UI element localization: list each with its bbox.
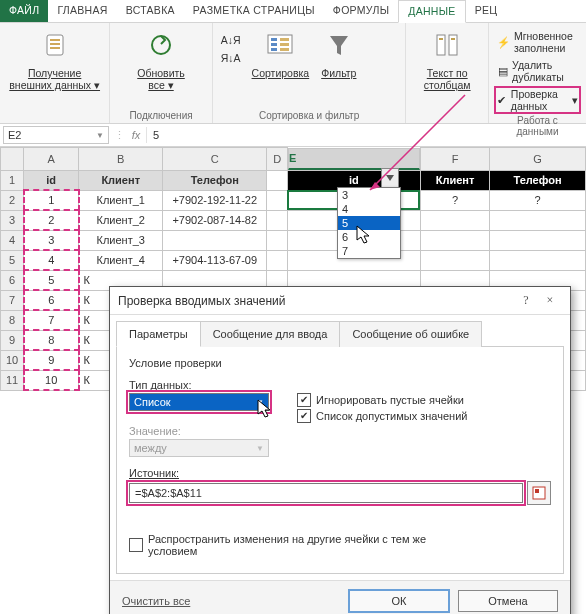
data-validation-dialog: Проверка вводимых значений ? × Параметры… [109,286,571,614]
fx-button[interactable]: fx [126,129,146,141]
cell[interactable] [267,190,288,210]
dialog-titlebar[interactable]: Проверка вводимых значений ? × [110,287,570,315]
sort-desc-button[interactable]: Я↓А [219,51,243,65]
svg-rect-3 [50,47,60,49]
validation-dropdown-list[interactable]: 3 4 5 6 7 [337,187,401,259]
cell[interactable]: 1 [24,190,79,210]
svg-rect-15 [451,38,455,40]
refresh-all-button[interactable]: Обновить все ▾ [134,27,188,95]
source-input[interactable]: =$A$2:$A$11 [129,483,523,503]
tab-data[interactable]: ДАННЫЕ [398,0,465,23]
text-to-columns-button[interactable]: Текст по столбцам [421,27,474,95]
flash-fill-button[interactable]: ⚡Мгновенное заполнени [495,29,580,55]
ignore-blank-checkbox[interactable]: ✔Игнорировать пустые ячейки [297,393,467,407]
clear-all-button[interactable]: Очистить все [122,595,190,607]
validation-dropdown-button[interactable] [381,168,399,188]
cancel-button[interactable]: Отмена [458,590,558,612]
svg-rect-1 [50,39,60,41]
row-1[interactable]: 1 [1,170,24,190]
list-item[interactable]: 5 [338,216,400,230]
col-C[interactable]: C [163,148,267,171]
checkbox-icon: ✔ [297,409,311,423]
allow-type-select[interactable]: Список▼ [129,393,269,411]
text-columns-icon [431,29,463,61]
select-all[interactable] [1,148,24,171]
list-item[interactable]: 4 [338,202,400,216]
cell[interactable]: ? [420,190,489,210]
flash-icon: ⚡ [497,34,510,50]
tab-page-layout[interactable]: РАЗМЕТКА СТРАНИЦЫ [184,0,324,22]
svg-rect-14 [439,38,443,40]
tab-insert[interactable]: ВСТАВКА [117,0,184,22]
group-sort-filter-label: Сортировка и фильтр [219,108,400,121]
list-item[interactable]: 7 [338,244,400,258]
svg-rect-10 [280,43,289,46]
tab-parameters[interactable]: Параметры [116,321,201,347]
refresh-label: Обновить все ▾ [137,67,185,91]
validation-icon: ✔ [497,92,507,108]
tab-review[interactable]: РЕЦ [466,0,507,22]
criteria-legend: Условие проверки [129,357,551,369]
tab-file[interactable]: ФАЙЛ [0,0,48,22]
cell[interactable]: Телефон [490,170,586,190]
row-2[interactable]: 2 [1,190,24,210]
col-B[interactable]: B [79,148,163,171]
name-box[interactable]: E2▼ [3,126,109,144]
apply-same-checkbox[interactable]: Распространить изменения на другие ячейк… [129,533,551,557]
list-item[interactable]: 6 [338,230,400,244]
in-cell-dropdown-checkbox[interactable]: ✔Список допустимых значений [297,409,467,423]
tab-home[interactable]: ГЛАВНАЯ [48,0,116,22]
funnel-icon [323,29,355,61]
dupes-icon: ▤ [497,63,508,79]
cell[interactable]: Клиент_1 [79,190,163,210]
range-ref-icon [532,486,546,500]
range-picker-button[interactable] [527,481,551,505]
cell[interactable]: +7902-192-11-22 [163,190,267,210]
dialog-footer: Очистить все ОК Отмена [110,580,570,614]
cell[interactable]: Клиент [79,170,163,190]
checkbox-icon [129,538,143,552]
svg-rect-2 [50,43,60,45]
cell[interactable]: Клиент [420,170,489,190]
filter-button[interactable]: Фильтр [318,27,359,83]
type-label: Тип данных: [129,379,279,391]
ribbon: Получение внешних данных ▾ Обновить все … [0,23,586,124]
tab-formulas[interactable]: ФОРМУЛЫ [324,0,398,22]
col-A[interactable]: A [24,148,79,171]
col-D[interactable]: D [267,148,288,171]
dialog-body: Условие проверки Тип данных: Список▼ Зна… [116,346,564,574]
cell[interactable]: ? [490,190,586,210]
sort-button[interactable]: Сортировка [249,27,313,83]
tab-input-message[interactable]: Сообщение для ввода [200,321,341,347]
list-item[interactable]: 3 [338,188,400,202]
chevron-down-icon[interactable]: ▼ [96,131,104,140]
tab-error-alert[interactable]: Сообщение об ошибке [339,321,482,347]
ok-button[interactable]: ОК [348,589,450,613]
svg-rect-7 [271,43,277,46]
close-button[interactable]: × [538,293,562,308]
chevron-down-icon: ▼ [256,398,264,407]
col-E[interactable]: E [288,148,420,170]
data-validation-button[interactable]: ✔Проверка данных▾ [495,87,580,113]
help-button[interactable]: ? [514,293,538,308]
col-F[interactable]: F [420,148,489,171]
dialog-tabs: Параметры Сообщение для ввода Сообщение … [116,321,564,347]
formula-bar: E2▼ ⋮ fx 5 [0,124,586,147]
get-external-data-button[interactable]: Получение внешних данных ▾ [6,27,103,95]
data-operator-select: между▼ [129,439,269,457]
checkbox-icon: ✔ [297,393,311,407]
database-icon [39,29,71,61]
cell[interactable] [267,170,288,190]
sort-asc-button[interactable]: А↓Я [219,33,243,47]
sort-icon [264,29,296,61]
svg-rect-8 [271,48,277,51]
svg-point-4 [152,36,170,54]
svg-rect-18 [535,489,539,493]
dropdown-chevron-icon[interactable]: ▾ [572,94,578,106]
cell[interactable]: id [24,170,79,190]
col-G[interactable]: G [490,148,586,171]
cell[interactable]: Телефон [163,170,267,190]
source-label: Источник: [129,467,551,479]
remove-duplicates-button[interactable]: ▤Удалить дубликаты [495,58,580,84]
formula-input[interactable]: 5 [146,127,586,143]
